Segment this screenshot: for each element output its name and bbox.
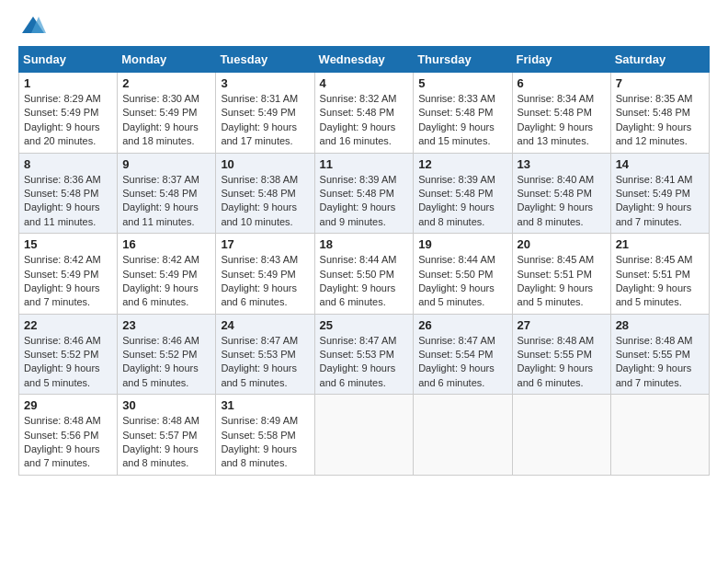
day-number: 31 <box>221 398 309 412</box>
day-info: Sunrise: 8:29 AMSunset: 5:49 PMDaylight:… <box>24 93 101 146</box>
calendar-cell: 11 Sunrise: 8:39 AMSunset: 5:48 PMDaylig… <box>314 153 414 234</box>
day-number: 7 <box>616 76 704 90</box>
col-header-thursday: Thursday <box>414 47 512 73</box>
calendar-cell: 30 Sunrise: 8:48 AMSunset: 5:57 PMDaylig… <box>118 395 216 476</box>
logo-icon <box>20 13 46 39</box>
day-number: 5 <box>418 76 506 90</box>
day-number: 12 <box>418 157 506 171</box>
calendar-cell: 31 Sunrise: 8:49 AMSunset: 5:58 PMDaylig… <box>216 395 314 476</box>
day-info: Sunrise: 8:32 AMSunset: 5:48 PMDaylight:… <box>320 93 397 146</box>
day-number: 19 <box>418 237 506 251</box>
day-info: Sunrise: 8:42 AMSunset: 5:49 PMDaylight:… <box>122 254 199 307</box>
calendar-cell <box>512 395 610 476</box>
col-header-sunday: Sunday <box>19 47 118 73</box>
calendar-cell: 10 Sunrise: 8:38 AMSunset: 5:48 PMDaylig… <box>216 153 314 234</box>
calendar-cell: 14 Sunrise: 8:41 AMSunset: 5:49 PMDaylig… <box>610 153 709 234</box>
col-header-saturday: Saturday <box>610 47 709 73</box>
calendar-cell: 16 Sunrise: 8:42 AMSunset: 5:49 PMDaylig… <box>118 234 216 315</box>
calendar-cell: 1 Sunrise: 8:29 AMSunset: 5:49 PMDayligh… <box>19 73 118 154</box>
day-number: 22 <box>24 318 112 332</box>
day-number: 14 <box>616 157 704 171</box>
day-info: Sunrise: 8:34 AMSunset: 5:48 PMDaylight:… <box>518 93 595 146</box>
calendar-cell: 23 Sunrise: 8:46 AMSunset: 5:52 PMDaylig… <box>118 314 216 395</box>
day-number: 29 <box>24 398 112 412</box>
day-info: Sunrise: 8:42 AMSunset: 5:49 PMDaylight:… <box>24 254 101 307</box>
day-number: 25 <box>320 318 409 332</box>
day-number: 4 <box>320 76 409 90</box>
day-info: Sunrise: 8:39 AMSunset: 5:48 PMDaylight:… <box>418 174 495 227</box>
calendar-body: 1 Sunrise: 8:29 AMSunset: 5:49 PMDayligh… <box>19 73 710 476</box>
day-info: Sunrise: 8:46 AMSunset: 5:52 PMDaylight:… <box>24 335 101 388</box>
calendar-cell: 15 Sunrise: 8:42 AMSunset: 5:49 PMDaylig… <box>19 234 118 315</box>
day-number: 13 <box>518 157 606 171</box>
calendar-cell: 19 Sunrise: 8:44 AMSunset: 5:50 PMDaylig… <box>414 234 512 315</box>
day-number: 15 <box>24 237 112 251</box>
calendar-cell: 5 Sunrise: 8:33 AMSunset: 5:48 PMDayligh… <box>414 73 512 154</box>
calendar-cell: 7 Sunrise: 8:35 AMSunset: 5:48 PMDayligh… <box>610 73 709 154</box>
day-info: Sunrise: 8:36 AMSunset: 5:48 PMDaylight:… <box>24 174 101 227</box>
col-header-tuesday: Tuesday <box>216 47 314 73</box>
calendar-cell: 9 Sunrise: 8:37 AMSunset: 5:48 PMDayligh… <box>118 153 216 234</box>
col-header-friday: Friday <box>512 47 610 73</box>
calendar-week-2: 8 Sunrise: 8:36 AMSunset: 5:48 PMDayligh… <box>19 153 710 234</box>
day-info: Sunrise: 8:44 AMSunset: 5:50 PMDaylight:… <box>418 254 495 307</box>
day-number: 18 <box>320 237 409 251</box>
day-info: Sunrise: 8:48 AMSunset: 5:56 PMDaylight:… <box>24 415 101 468</box>
day-number: 26 <box>418 318 506 332</box>
calendar-cell: 20 Sunrise: 8:45 AMSunset: 5:51 PMDaylig… <box>512 234 610 315</box>
day-number: 8 <box>24 157 112 171</box>
day-info: Sunrise: 8:43 AMSunset: 5:49 PMDaylight:… <box>221 254 298 307</box>
day-number: 27 <box>518 318 606 332</box>
calendar-cell: 2 Sunrise: 8:30 AMSunset: 5:49 PMDayligh… <box>118 73 216 154</box>
day-number: 2 <box>122 76 210 90</box>
calendar-cell <box>610 395 709 476</box>
calendar-cell: 22 Sunrise: 8:46 AMSunset: 5:52 PMDaylig… <box>19 314 118 395</box>
day-info: Sunrise: 8:35 AMSunset: 5:48 PMDaylight:… <box>616 93 693 146</box>
calendar-cell: 27 Sunrise: 8:48 AMSunset: 5:55 PMDaylig… <box>512 314 610 395</box>
day-info: Sunrise: 8:31 AMSunset: 5:49 PMDaylight:… <box>221 93 298 146</box>
day-info: Sunrise: 8:41 AMSunset: 5:49 PMDaylight:… <box>616 174 693 227</box>
day-info: Sunrise: 8:47 AMSunset: 5:53 PMDaylight:… <box>221 335 298 388</box>
day-info: Sunrise: 8:46 AMSunset: 5:52 PMDaylight:… <box>122 335 199 388</box>
calendar: SundayMondayTuesdayWednesdayThursdayFrid… <box>18 46 710 476</box>
day-info: Sunrise: 8:37 AMSunset: 5:48 PMDaylight:… <box>122 174 199 227</box>
day-info: Sunrise: 8:49 AMSunset: 5:58 PMDaylight:… <box>221 415 298 468</box>
day-number: 20 <box>518 237 606 251</box>
day-info: Sunrise: 8:47 AMSunset: 5:53 PMDaylight:… <box>320 335 397 388</box>
calendar-cell: 12 Sunrise: 8:39 AMSunset: 5:48 PMDaylig… <box>414 153 512 234</box>
col-header-wednesday: Wednesday <box>314 47 414 73</box>
day-info: Sunrise: 8:48 AMSunset: 5:57 PMDaylight:… <box>122 415 199 468</box>
calendar-header-row: SundayMondayTuesdayWednesdayThursdayFrid… <box>19 47 710 73</box>
calendar-cell: 26 Sunrise: 8:47 AMSunset: 5:54 PMDaylig… <box>414 314 512 395</box>
calendar-week-3: 15 Sunrise: 8:42 AMSunset: 5:49 PMDaylig… <box>19 234 710 315</box>
day-info: Sunrise: 8:48 AMSunset: 5:55 PMDaylight:… <box>518 335 595 388</box>
day-number: 28 <box>616 318 704 332</box>
calendar-cell: 6 Sunrise: 8:34 AMSunset: 5:48 PMDayligh… <box>512 73 610 154</box>
calendar-cell: 18 Sunrise: 8:44 AMSunset: 5:50 PMDaylig… <box>314 234 414 315</box>
calendar-cell: 25 Sunrise: 8:47 AMSunset: 5:53 PMDaylig… <box>314 314 414 395</box>
header <box>18 15 710 39</box>
day-info: Sunrise: 8:47 AMSunset: 5:54 PMDaylight:… <box>418 335 495 388</box>
day-info: Sunrise: 8:48 AMSunset: 5:55 PMDaylight:… <box>616 335 693 388</box>
day-number: 21 <box>616 237 704 251</box>
logo <box>18 15 46 39</box>
day-info: Sunrise: 8:44 AMSunset: 5:50 PMDaylight:… <box>320 254 397 307</box>
day-info: Sunrise: 8:30 AMSunset: 5:49 PMDaylight:… <box>122 93 199 146</box>
day-info: Sunrise: 8:40 AMSunset: 5:48 PMDaylight:… <box>518 174 595 227</box>
calendar-cell: 13 Sunrise: 8:40 AMSunset: 5:48 PMDaylig… <box>512 153 610 234</box>
calendar-cell: 17 Sunrise: 8:43 AMSunset: 5:49 PMDaylig… <box>216 234 314 315</box>
calendar-week-5: 29 Sunrise: 8:48 AMSunset: 5:56 PMDaylig… <box>19 395 710 476</box>
calendar-cell: 3 Sunrise: 8:31 AMSunset: 5:49 PMDayligh… <box>216 73 314 154</box>
calendar-cell: 21 Sunrise: 8:45 AMSunset: 5:51 PMDaylig… <box>610 234 709 315</box>
calendar-cell: 4 Sunrise: 8:32 AMSunset: 5:48 PMDayligh… <box>314 73 414 154</box>
day-number: 23 <box>122 318 210 332</box>
day-number: 6 <box>518 76 606 90</box>
day-number: 3 <box>221 76 309 90</box>
day-number: 11 <box>320 157 409 171</box>
day-info: Sunrise: 8:45 AMSunset: 5:51 PMDaylight:… <box>616 254 693 307</box>
day-number: 9 <box>122 157 210 171</box>
day-number: 30 <box>122 398 210 412</box>
day-info: Sunrise: 8:33 AMSunset: 5:48 PMDaylight:… <box>418 93 495 146</box>
day-info: Sunrise: 8:38 AMSunset: 5:48 PMDaylight:… <box>221 174 298 227</box>
calendar-cell: 24 Sunrise: 8:47 AMSunset: 5:53 PMDaylig… <box>216 314 314 395</box>
